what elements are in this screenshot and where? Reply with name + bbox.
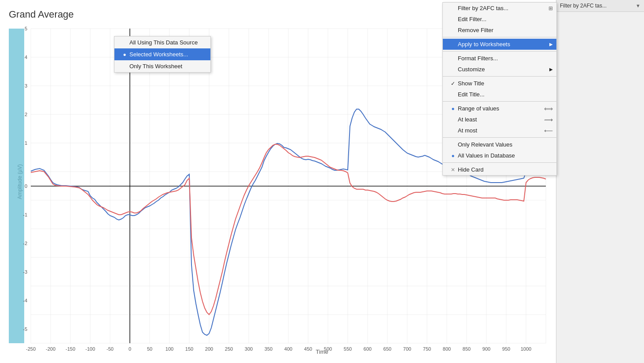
separator3 <box>443 76 556 77</box>
at-most-item[interactable]: At most ⟵ <box>443 125 556 136</box>
svg-text:450: 450 <box>304 346 312 352</box>
only-this-worksheet-label: Only This Worksheet <box>129 63 182 70</box>
show-title-check: ✓ <box>450 81 456 87</box>
svg-text:300: 300 <box>245 346 253 352</box>
range-icon: ⟺ <box>544 105 553 112</box>
svg-text:2: 2 <box>25 112 27 117</box>
filter-header-text: Filter by 2AFC tas... <box>560 3 607 9</box>
selected-worksheets-item[interactable]: ● Selected Worksheets... <box>114 48 210 60</box>
customize-item[interactable]: Customize ▶ <box>443 64 556 75</box>
filter-dropdown-icon[interactable]: ▼ <box>636 3 640 8</box>
svg-text:1: 1 <box>25 140 27 146</box>
svg-text:550: 550 <box>344 346 352 352</box>
at-least-item[interactable]: At least ⟿ <box>443 114 556 125</box>
svg-text:650: 650 <box>383 346 391 352</box>
separator1 <box>443 37 556 37</box>
submenu: All Using This Data Source ● Selected Wo… <box>114 36 211 73</box>
svg-text:4: 4 <box>25 55 27 60</box>
only-relevant-item[interactable]: Only Relevant Values <box>443 139 556 150</box>
range-bullet: ● <box>450 106 456 112</box>
apply-to-worksheets-label: Apply to Worksheets <box>458 41 510 48</box>
chart-area: Grand Average Amplitude (µV) Time <box>0 0 644 363</box>
svg-text:-200: -200 <box>46 346 55 352</box>
svg-text:600: 600 <box>364 346 372 352</box>
filter-header[interactable]: Filter by 2AFC tas... ▼ <box>556 0 644 12</box>
range-of-values-label: Range of values <box>458 105 499 112</box>
at-most-icon: ⟵ <box>544 127 553 134</box>
svg-text:1000: 1000 <box>521 346 531 352</box>
apply-to-worksheets-item[interactable]: Apply to Worksheets ▶ <box>443 39 556 50</box>
all-values-label: All Values in Database <box>458 152 515 159</box>
svg-text:-100: -100 <box>85 346 95 352</box>
svg-text:900: 900 <box>482 346 490 352</box>
edit-filter-item[interactable]: Edit Filter... <box>443 14 556 25</box>
only-this-item[interactable]: Only This Worksheet <box>114 60 210 72</box>
svg-text:950: 950 <box>502 346 510 352</box>
format-filters-item[interactable]: Format Filters... <box>443 53 556 64</box>
svg-text:-5: -5 <box>23 326 27 332</box>
context-menu: Filter by 2AFC tas... ⊞ Edit Filter... R… <box>442 2 557 176</box>
svg-text:0: 0 <box>25 183 27 189</box>
separator2 <box>443 51 556 51</box>
svg-text:850: 850 <box>463 346 471 352</box>
hide-card-x: ✕ <box>450 167 456 173</box>
svg-text:350: 350 <box>265 346 272 352</box>
svg-text:400: 400 <box>284 346 292 352</box>
all-values-item[interactable]: ● All Values in Database <box>443 150 556 161</box>
svg-text:200: 200 <box>205 346 213 352</box>
show-title-label: Show Title <box>458 80 484 87</box>
separator4 <box>443 101 556 102</box>
filter-by-item[interactable]: Filter by 2AFC tas... ⊞ <box>443 3 556 14</box>
customize-label: Customize <box>458 66 485 73</box>
svg-text:150: 150 <box>185 346 193 352</box>
all-values-bullet: ● <box>450 153 456 159</box>
at-most-label: At most <box>458 127 477 134</box>
remove-filter-item[interactable]: Remove Filter <box>443 25 556 36</box>
svg-text:-2: -2 <box>23 241 27 246</box>
at-least-icon: ⟿ <box>544 116 553 123</box>
svg-text:0: 0 <box>129 346 131 352</box>
svg-text:750: 750 <box>423 346 431 352</box>
svg-text:500: 500 <box>324 346 332 352</box>
svg-text:50: 50 <box>147 346 152 352</box>
filter-pin-icon: ⊞ <box>548 5 553 11</box>
svg-text:-4: -4 <box>23 298 27 303</box>
format-filters-label: Format Filters... <box>458 55 498 62</box>
customize-arrow: ▶ <box>549 67 553 72</box>
at-least-label: At least <box>458 116 477 123</box>
selected-worksheets-label: Selected Worksheets... <box>129 51 188 58</box>
svg-rect-0 <box>9 29 24 343</box>
svg-text:250: 250 <box>225 346 233 352</box>
all-using-item[interactable]: All Using This Data Source <box>114 37 210 48</box>
svg-text:-1: -1 <box>23 212 27 217</box>
svg-text:5: 5 <box>25 26 27 31</box>
filter-panel: Filter by 2AFC tas... ▼ <box>556 0 644 363</box>
svg-text:-50: -50 <box>107 346 114 352</box>
edit-title-label: Edit Title... <box>458 91 485 98</box>
svg-text:-150: -150 <box>66 346 75 352</box>
range-of-values-item[interactable]: ● Range of values ⟺ <box>443 103 556 114</box>
edit-title-item[interactable]: Edit Title... <box>443 89 556 100</box>
svg-text:100: 100 <box>166 346 173 352</box>
separator6 <box>443 162 556 163</box>
separator5 <box>443 137 556 138</box>
svg-text:-250: -250 <box>26 346 36 352</box>
all-using-label: All Using This Data Source <box>129 39 198 46</box>
selected-bullet: ● <box>121 51 128 58</box>
remove-filter-label: Remove Filter <box>458 27 493 33</box>
edit-filter-label: Edit Filter... <box>458 16 486 22</box>
filter-by-label: Filter by 2AFC tas... <box>458 5 508 11</box>
svg-text:-3: -3 <box>23 269 27 275</box>
show-title-item[interactable]: ✓ Show Title <box>443 78 556 89</box>
hide-card-label: Hide Card <box>458 166 484 173</box>
only-relevant-label: Only Relevant Values <box>458 141 512 148</box>
svg-text:3: 3 <box>25 83 27 88</box>
submenu-arrow: ▶ <box>549 42 553 47</box>
svg-text:800: 800 <box>443 346 451 352</box>
svg-text:700: 700 <box>403 346 411 352</box>
hide-card-item[interactable]: ✕ Hide Card <box>443 164 556 175</box>
